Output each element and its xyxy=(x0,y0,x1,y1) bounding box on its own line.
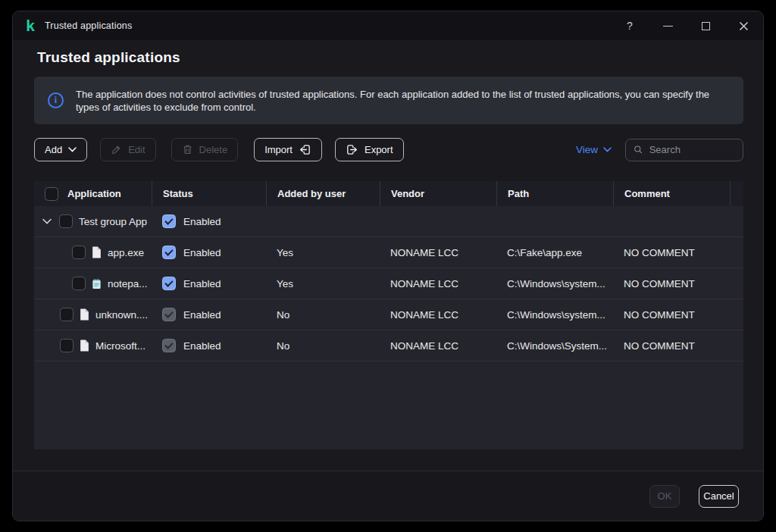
maximize-icon xyxy=(702,22,710,30)
status-label: Enabled xyxy=(183,278,221,289)
notepad-icon xyxy=(92,278,102,289)
status-label: Enabled xyxy=(183,309,221,321)
delete-button-label: Delete xyxy=(199,144,228,155)
collapse-chevron-icon[interactable] xyxy=(42,218,52,224)
file-icon xyxy=(92,246,102,258)
add-button[interactable]: Add xyxy=(34,138,87,161)
application-name: unknown.... xyxy=(95,309,148,321)
path-value: C:\Windows\system... xyxy=(496,299,613,330)
table-row[interactable]: notepa... Enabled Yes NONAME LCC C:\Wind… xyxy=(34,268,743,299)
trusted-applications-dialog: k Trusted applications ? Trusted applica… xyxy=(12,11,764,521)
delete-button[interactable]: Delete xyxy=(171,138,239,161)
edit-button-label: Edit xyxy=(128,144,145,155)
row-checkbox[interactable] xyxy=(59,214,73,228)
trash-icon xyxy=(182,144,193,155)
chevron-down-icon xyxy=(68,147,77,152)
maximize-button[interactable] xyxy=(699,20,712,32)
column-header-status[interactable]: Status xyxy=(152,181,266,206)
pencil-icon xyxy=(111,144,122,155)
status-label: Enabled xyxy=(183,340,221,352)
path-value xyxy=(496,206,613,236)
column-header-path[interactable]: Path xyxy=(496,181,613,206)
search-input[interactable] xyxy=(649,144,735,155)
applications-table: Application Status Added by user Vendor … xyxy=(34,181,743,449)
status-checkbox[interactable] xyxy=(162,214,176,228)
vendor-value: NONAME LCC xyxy=(380,330,496,361)
status-checkbox[interactable] xyxy=(162,246,176,259)
table-header-row: Application Status Added by user Vendor … xyxy=(34,181,743,206)
info-banner-text: The application does not control activit… xyxy=(76,88,728,114)
status-checkbox[interactable] xyxy=(162,308,176,321)
minimize-icon xyxy=(663,26,673,27)
file-icon xyxy=(80,308,89,321)
help-button[interactable]: ? xyxy=(624,20,636,32)
status-label: Enabled xyxy=(183,216,221,227)
minimize-button[interactable] xyxy=(662,20,674,32)
vendor-value xyxy=(380,206,496,236)
title-bar: k Trusted applications ? xyxy=(13,11,763,40)
info-banner: i The application does not control activ… xyxy=(34,77,743,124)
view-dropdown-label: View xyxy=(576,144,598,155)
comment-value: NO COMMENT xyxy=(613,330,730,361)
export-button-label: Export xyxy=(365,144,393,155)
added-by-user-value: No xyxy=(266,299,380,330)
table-row[interactable]: app.exe Enabled Yes NONAME LCC C:\Fake\a… xyxy=(34,237,743,268)
vendor-value: NONAME LCC xyxy=(380,237,496,268)
close-button[interactable] xyxy=(737,20,749,32)
import-button[interactable]: Import xyxy=(254,138,322,161)
comment-value: NO COMMENT xyxy=(613,237,730,268)
row-checkbox[interactable] xyxy=(72,246,86,259)
column-header-added-by-user[interactable]: Added by user xyxy=(266,181,380,206)
table-row-group[interactable]: Test group App Enabled xyxy=(34,206,743,237)
table-row[interactable]: unknown.... Enabled No NONAME LCC C:\Win… xyxy=(34,299,743,330)
column-header-comment[interactable]: Comment xyxy=(613,181,730,206)
import-icon xyxy=(299,143,311,156)
ok-button[interactable]: OK xyxy=(649,485,680,508)
column-header-application[interactable]: Application xyxy=(67,188,121,199)
export-icon xyxy=(346,143,358,156)
added-by-user-value: Yes xyxy=(266,237,380,268)
row-checkbox[interactable] xyxy=(60,308,74,321)
search-icon xyxy=(634,144,643,155)
path-value: C:\Windows\System... xyxy=(496,330,613,361)
vendor-value: NONAME LCC xyxy=(380,268,496,299)
added-by-user-value: No xyxy=(266,330,380,361)
dialog-footer: OK Cancel xyxy=(13,471,763,521)
close-icon xyxy=(739,21,749,31)
import-button-label: Import xyxy=(264,144,293,155)
column-header-vendor[interactable]: Vendor xyxy=(380,181,496,206)
table-row[interactable]: Microsoft... Enabled No NONAME LCC C:\Wi… xyxy=(34,330,743,361)
application-name: app.exe xyxy=(108,247,144,258)
kaspersky-logo-icon: k xyxy=(22,17,39,34)
file-icon xyxy=(80,340,89,352)
added-by-user-value xyxy=(266,206,380,236)
application-name: notepa... xyxy=(108,278,148,289)
row-checkbox[interactable] xyxy=(60,339,74,352)
view-dropdown[interactable]: View xyxy=(576,144,612,155)
status-checkbox[interactable] xyxy=(162,339,176,352)
cancel-button[interactable]: Cancel xyxy=(699,485,739,508)
application-name: Microsoft... xyxy=(95,340,146,352)
info-icon: i xyxy=(48,92,64,108)
comment-value: NO COMMENT xyxy=(613,268,730,299)
status-label: Enabled xyxy=(183,247,221,258)
added-by-user-value: Yes xyxy=(266,268,380,299)
row-checkbox[interactable] xyxy=(72,277,86,290)
comment-value xyxy=(613,206,730,236)
select-all-checkbox[interactable] xyxy=(45,187,58,201)
chevron-down-icon xyxy=(603,147,612,152)
search-box xyxy=(625,139,743,161)
path-value: C:\Windows\system... xyxy=(496,268,613,299)
add-button-label: Add xyxy=(45,144,62,155)
comment-value: NO COMMENT xyxy=(613,299,730,330)
path-value: C:\Fake\app.exe xyxy=(496,237,613,268)
status-checkbox[interactable] xyxy=(162,277,176,290)
window-title: Trusted applications xyxy=(45,20,132,31)
page-title: Trusted applications xyxy=(37,49,180,66)
vendor-value: NONAME LCC xyxy=(380,299,496,330)
toolbar: Add Edit Delete Import Export View xyxy=(34,138,743,161)
export-button[interactable]: Export xyxy=(335,138,404,161)
application-name: Test group App xyxy=(79,216,147,227)
edit-button[interactable]: Edit xyxy=(100,138,155,161)
